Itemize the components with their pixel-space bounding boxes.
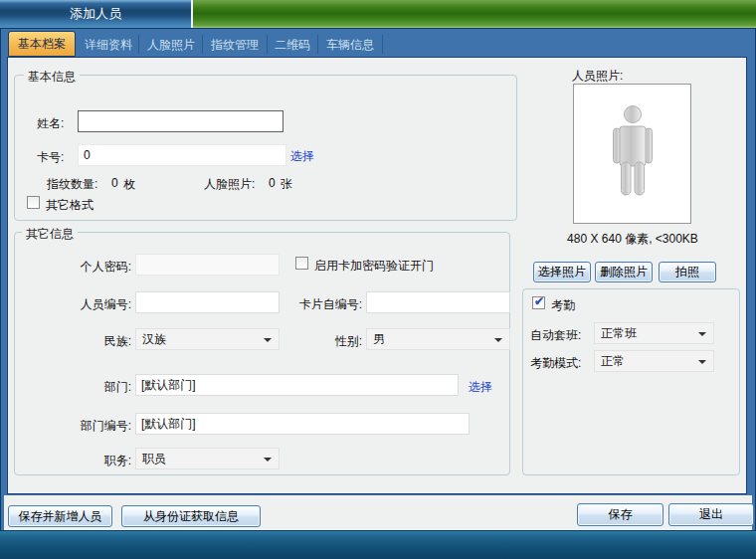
save-button[interactable]: 保存 bbox=[577, 503, 663, 526]
select-photo-button[interactable]: 选择照片 bbox=[533, 262, 591, 282]
window-title: 添加人员 bbox=[70, 6, 121, 21]
check-icon: ✔ bbox=[534, 294, 544, 308]
tab-qrcode[interactable]: 二维码 bbox=[269, 33, 316, 57]
card-plus-password-label: 启用卡加密码验证开门 bbox=[314, 258, 434, 275]
attendance-mode-value: 正常 bbox=[601, 354, 625, 368]
tab-separator bbox=[382, 35, 383, 54]
department-label: 部门: bbox=[32, 379, 131, 396]
tab-vehicle-info[interactable]: 车辆信息 bbox=[319, 33, 381, 57]
auto-shift-label: 自动套班: bbox=[530, 327, 581, 344]
tab-separator bbox=[267, 35, 268, 54]
auto-shift-select[interactable]: 正常班 bbox=[594, 322, 714, 344]
face-photo-count-label: 人脸照片: bbox=[204, 176, 255, 193]
other-info-legend: 其它信息 bbox=[22, 226, 78, 243]
fingerprint-count-value: 0 bbox=[111, 176, 118, 190]
tab-detail-info[interactable]: 详细资料 bbox=[80, 33, 137, 57]
capture-photo-button[interactable]: 拍照 bbox=[659, 262, 716, 282]
titlebar-green-strip bbox=[193, 0, 756, 28]
read-id-card-button[interactable]: 从身份证获取信息 bbox=[121, 505, 261, 527]
other-format-checkbox[interactable] bbox=[27, 196, 40, 209]
fingerprint-count-label: 指纹数量: bbox=[47, 176, 97, 193]
ethnicity-label: 民族: bbox=[32, 333, 131, 350]
person-number-label: 人员编号: bbox=[32, 296, 131, 313]
position-value: 职员 bbox=[142, 452, 166, 466]
card-self-number-input[interactable] bbox=[366, 291, 510, 313]
tab-fingerprint[interactable]: 指纹管理 bbox=[204, 33, 266, 57]
fingerprint-count-unit: 枚 bbox=[123, 176, 135, 193]
position-select[interactable]: 职员 bbox=[135, 448, 280, 469]
card-self-number-label: 卡片自编号: bbox=[279, 296, 362, 313]
tab-separator bbox=[202, 35, 203, 54]
delete-photo-button[interactable]: 删除照片 bbox=[595, 262, 653, 282]
chevron-down-icon bbox=[494, 338, 502, 342]
name-input[interactable] bbox=[78, 110, 284, 132]
personal-password-label: 个人密码: bbox=[32, 259, 131, 276]
photo-spec-caption: 480 X 640 像素, <300KB bbox=[553, 231, 712, 248]
chevron-down-icon bbox=[264, 458, 272, 462]
personnel-photo-label: 人员照片: bbox=[572, 68, 623, 85]
face-photo-count-unit: 张 bbox=[281, 176, 292, 193]
department-input[interactable] bbox=[135, 374, 459, 396]
attendance-mode-select[interactable]: 正常 bbox=[594, 350, 714, 372]
tab-separator bbox=[138, 35, 139, 54]
other-format-label: 其它格式 bbox=[46, 197, 94, 214]
gender-label: 性别: bbox=[279, 333, 362, 350]
titlebar: 添加人员 bbox=[0, 0, 191, 28]
tab-separator bbox=[317, 35, 318, 54]
basic-info-legend: 基本信息 bbox=[24, 69, 80, 86]
card-select-link[interactable]: 选择 bbox=[290, 148, 314, 165]
add-personnel-dialog: 添加人员 基本档案 详细资料 人脸照片 指纹管理 二维码 车辆信息 基本信息 姓… bbox=[0, 0, 756, 559]
tab-face-photo[interactable]: 人脸照片 bbox=[141, 33, 201, 57]
chevron-down-icon bbox=[698, 360, 706, 364]
attendance-checkbox-label: 考勤 bbox=[551, 297, 575, 314]
save-and-add-new-button[interactable]: 保存并新增人员 bbox=[8, 505, 112, 527]
card-number-label: 卡号: bbox=[37, 149, 64, 166]
gender-select[interactable]: 男 bbox=[366, 328, 510, 350]
personnel-photo-box[interactable] bbox=[573, 84, 691, 224]
person-silhouette-icon bbox=[609, 104, 657, 198]
person-number-input[interactable] bbox=[135, 291, 280, 313]
department-number-label: 部门编号: bbox=[32, 418, 131, 435]
attendance-groupbox bbox=[522, 288, 740, 475]
exit-button[interactable]: 退出 bbox=[668, 503, 754, 526]
position-label: 职务: bbox=[32, 453, 131, 469]
attendance-checkbox[interactable]: ✔ bbox=[532, 296, 545, 309]
card-number-input[interactable] bbox=[78, 144, 286, 166]
ethnicity-select[interactable]: 汉族 bbox=[135, 328, 280, 350]
department-select-link[interactable]: 选择 bbox=[469, 379, 492, 396]
auto-shift-value: 正常班 bbox=[601, 326, 637, 340]
tab-basic-archive[interactable]: 基本档案 bbox=[8, 31, 76, 57]
name-label: 姓名: bbox=[37, 115, 64, 132]
chevron-down-icon bbox=[698, 332, 706, 336]
footer-bar bbox=[0, 531, 756, 559]
chevron-down-icon bbox=[264, 338, 272, 342]
personal-password-input[interactable] bbox=[135, 254, 280, 276]
department-number-input[interactable] bbox=[135, 413, 470, 435]
face-photo-count-value: 0 bbox=[269, 176, 276, 190]
gender-value: 男 bbox=[373, 332, 385, 346]
attendance-mode-label: 考勤模式: bbox=[530, 355, 581, 372]
card-plus-password-checkbox[interactable] bbox=[295, 257, 308, 270]
ethnicity-value: 汉族 bbox=[142, 332, 166, 346]
